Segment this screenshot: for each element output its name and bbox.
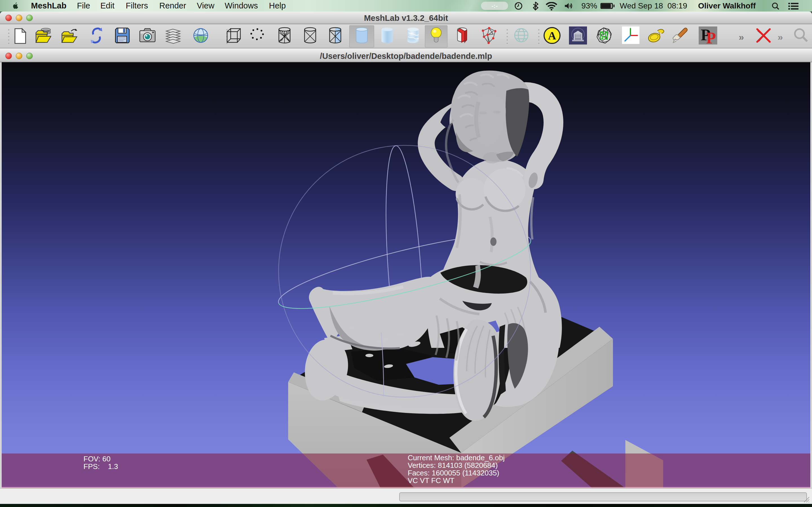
svg-text:P: P — [706, 29, 716, 45]
svg-text:A: A — [548, 30, 556, 42]
